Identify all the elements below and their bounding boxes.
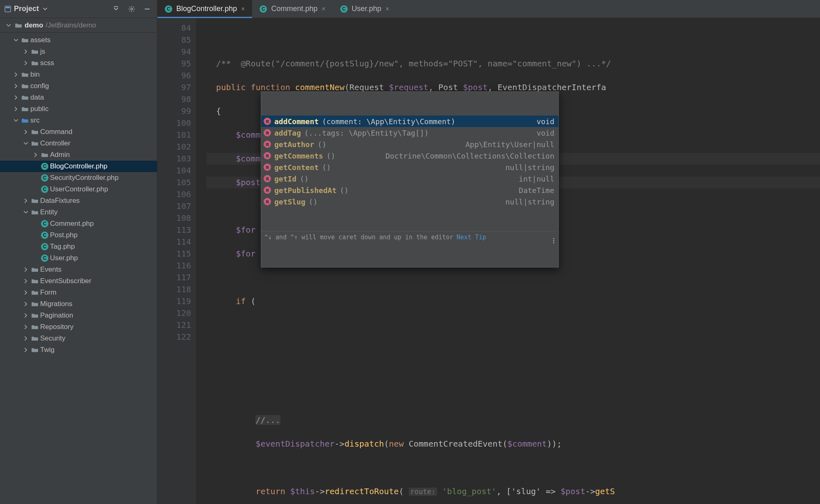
- editor-tabs[interactable]: CBlogController.php×CComment.php×CUser.p…: [157, 0, 820, 18]
- line-number[interactable]: 121: [157, 319, 191, 331]
- line-number[interactable]: 107: [157, 200, 191, 212]
- completion-item[interactable]: mgetId()int|null: [261, 173, 558, 184]
- tree-item[interactable]: assets: [0, 34, 157, 46]
- tree-item[interactable]: CUserController.php: [0, 184, 157, 195]
- tree-item[interactable]: public: [0, 103, 157, 115]
- tree-item[interactable]: Migrations: [0, 298, 157, 310]
- code-editor[interactable]: 8485949596979899100101102103104105106107…: [157, 18, 820, 504]
- chevron-right-icon[interactable]: [12, 71, 20, 78]
- tree-item[interactable]: Command: [0, 126, 157, 138]
- fold-column[interactable]: [196, 18, 202, 504]
- tree-item[interactable]: config: [0, 80, 157, 92]
- tree-item[interactable]: CTag.php: [0, 241, 157, 252]
- tree-item[interactable]: Form: [0, 287, 157, 298]
- line-number[interactable]: 117: [157, 272, 191, 284]
- completion-item[interactable]: mgetAuthor()App\Entity\User|null: [261, 138, 558, 150]
- line-number[interactable]: 84: [157, 22, 191, 34]
- more-options-button[interactable]: [553, 232, 554, 243]
- chevron-down-icon[interactable]: [12, 36, 20, 44]
- tree-item[interactable]: CComment.php: [0, 218, 157, 229]
- tree-item[interactable]: Entity: [0, 207, 157, 218]
- line-number[interactable]: 105: [157, 177, 191, 188]
- tree-item[interactable]: CBlogController.php: [0, 161, 157, 172]
- chevron-right-icon[interactable]: [22, 346, 30, 354]
- line-number[interactable]: 106: [157, 188, 191, 200]
- chevron-right-icon[interactable]: [22, 197, 30, 204]
- chevron-right-icon[interactable]: [22, 312, 30, 319]
- line-number[interactable]: 104: [157, 165, 191, 177]
- completion-list[interactable]: maddComment(comment: \App\Entity\Comment…: [261, 116, 558, 207]
- line-number[interactable]: 85: [157, 34, 191, 46]
- tree-item[interactable]: data: [0, 92, 157, 103]
- chevron-down-icon[interactable]: [22, 140, 30, 147]
- tree-item[interactable]: Pagination: [0, 310, 157, 321]
- line-number[interactable]: 116: [157, 260, 191, 272]
- tree-item[interactable]: scss: [0, 57, 157, 69]
- editor-tab[interactable]: CUser.php×: [333, 0, 396, 18]
- chevron-right-icon[interactable]: [22, 277, 30, 285]
- tree-item[interactable]: bin: [0, 69, 157, 80]
- chevron-right-icon[interactable]: [22, 289, 30, 296]
- line-number[interactable]: 113: [157, 224, 191, 236]
- completion-item[interactable]: mgetPublishedAt()DateTime: [261, 184, 558, 196]
- chevron-right-icon[interactable]: [22, 335, 30, 342]
- chevron-right-icon[interactable]: [12, 82, 20, 90]
- completion-item[interactable]: maddTag(...tags: \App\Entity\Tag[])void: [261, 127, 558, 138]
- close-icon[interactable]: ×: [385, 5, 389, 13]
- line-number[interactable]: 100: [157, 117, 191, 129]
- chevron-right-icon[interactable]: [12, 94, 20, 101]
- tree-item[interactable]: EventSubscriber: [0, 275, 157, 287]
- line-number[interactable]: 97: [157, 82, 191, 93]
- tree-item[interactable]: CSecurityController.php: [0, 172, 157, 184]
- project-tree[interactable]: assetsjsscssbinconfigdatapublicsrcComman…: [0, 33, 157, 504]
- next-tip-link[interactable]: Next Tip: [457, 232, 486, 243]
- tree-item[interactable]: Security: [0, 333, 157, 344]
- code-body[interactable]: /** @Route("/comment/{postSlug}/new", me…: [202, 18, 820, 504]
- tree-item[interactable]: Twig: [0, 344, 157, 356]
- line-number[interactable]: 119: [157, 295, 191, 307]
- tree-item[interactable]: js: [0, 46, 157, 57]
- sidebar-title-dropdown[interactable]: Project: [4, 5, 106, 13]
- line-number[interactable]: 96: [157, 70, 191, 82]
- chevron-down-icon[interactable]: [22, 209, 30, 216]
- completion-item[interactable]: mgetContent()null|string: [261, 161, 558, 173]
- line-number[interactable]: 115: [157, 248, 191, 260]
- completion-item[interactable]: mgetSlug()null|string: [261, 196, 558, 207]
- tree-item[interactable]: Repository: [0, 321, 157, 333]
- completion-item[interactable]: mgetComments()Doctrine\Common\Collection…: [261, 150, 558, 161]
- chevron-right-icon[interactable]: [12, 105, 20, 113]
- editor-tab[interactable]: CComment.php×: [252, 0, 333, 18]
- line-number[interactable]: 120: [157, 307, 191, 319]
- line-number[interactable]: 101: [157, 129, 191, 141]
- chevron-down-icon[interactable]: [12, 117, 20, 124]
- chevron-right-icon[interactable]: [22, 48, 30, 55]
- code-completion-popup[interactable]: maddComment(comment: \App\Entity\Comment…: [261, 91, 559, 268]
- tree-item[interactable]: DataFixtures: [0, 195, 157, 207]
- hide-sidebar-button[interactable]: [141, 3, 153, 15]
- chevron-right-icon[interactable]: [22, 266, 30, 273]
- settings-icon[interactable]: [126, 3, 137, 15]
- line-number[interactable]: 103: [157, 153, 191, 165]
- line-number[interactable]: 108: [157, 212, 191, 224]
- line-number[interactable]: 98: [157, 93, 191, 105]
- completion-item[interactable]: maddComment(comment: \App\Entity\Comment…: [261, 116, 558, 127]
- tree-item[interactable]: CPost.php: [0, 229, 157, 241]
- close-icon[interactable]: ×: [241, 5, 245, 13]
- chevron-right-icon[interactable]: [22, 128, 30, 136]
- line-number[interactable]: 95: [157, 58, 191, 70]
- line-number[interactable]: 102: [157, 141, 191, 153]
- select-opened-file-button[interactable]: [110, 3, 122, 15]
- chevron-right-icon[interactable]: [22, 323, 30, 331]
- breadcrumb[interactable]: demo /JetBrains/demo: [0, 18, 157, 33]
- editor-tab[interactable]: CBlogController.php×: [157, 0, 252, 18]
- tree-item[interactable]: Controller: [0, 138, 157, 149]
- close-icon[interactable]: ×: [322, 5, 326, 13]
- line-number[interactable]: 118: [157, 284, 191, 295]
- tree-item[interactable]: CUser.php: [0, 252, 157, 264]
- tree-item[interactable]: Events: [0, 264, 157, 275]
- chevron-right-icon[interactable]: [22, 59, 30, 67]
- chevron-right-icon[interactable]: [32, 151, 39, 159]
- line-number[interactable]: 114: [157, 236, 191, 248]
- line-number[interactable]: 122: [157, 331, 191, 343]
- tree-item[interactable]: Admin: [0, 149, 157, 161]
